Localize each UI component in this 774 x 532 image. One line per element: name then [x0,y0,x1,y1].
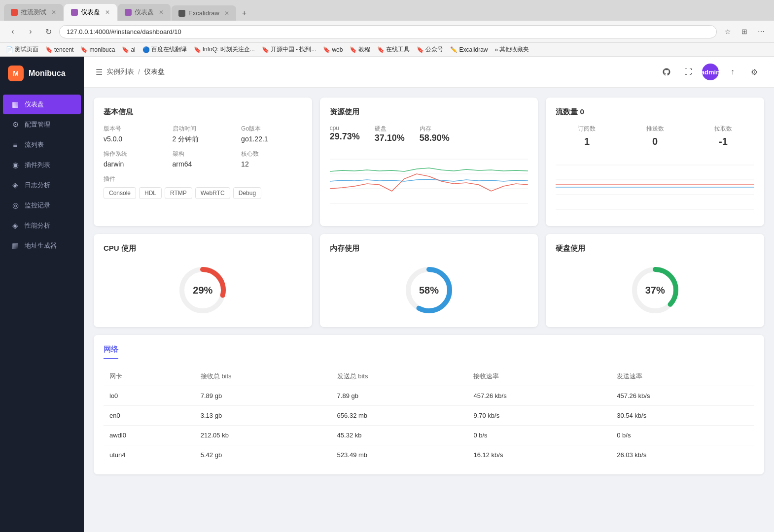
network-table-head: 网卡 接收总 bits 发送总 bits 接收速率 发送速率 [104,367,754,386]
settings-button[interactable]: ⚙ [746,64,762,80]
sidebar-item-address-gen[interactable]: ▦ 地址生成器 [3,236,81,256]
sidebar-item-plugin-list[interactable]: ◉ 插件列表 [3,155,81,175]
cell-send-rate-en0: 30.54 kb/s [611,406,754,426]
col-header-send-rate: 发送速率 [611,367,754,386]
browser-chrome: 推流测试 ✕ 仪表盘 ✕ 仪表盘 ✕ Excalidraw ✕ + ‹ › ↻ … [0,0,774,57]
tab-icon [71,9,78,16]
tab-dashboard-2[interactable]: 仪表盘 ✕ [118,4,171,21]
plugin-tag-hdl: HDL [139,187,162,199]
flow-value-subscribe: 1 [556,136,618,147]
disk-usage-title: 硬盘使用 [556,244,585,253]
memory-usage-title: 内存使用 [330,244,359,253]
flow-count-card: 流数量 0 订阅数 1 推送数 0 拉取数 -1 [546,98,764,226]
info-value-arch: arm64 [173,160,234,168]
network-table: 网卡 接收总 bits 发送总 bits 接收速率 发送速率 lo0 7.89 … [104,367,754,465]
cell-recv-rate-awdl0: 0 b/s [467,426,611,445]
bookmark-official-account[interactable]: 🔖公众号 [417,45,443,54]
network-row-awdl0: awdl0 212.05 kb 45.32 kb 0 b/s 0 b/s [104,426,754,445]
sidebar-item-config[interactable]: ⚙ 配置管理 [3,115,81,134]
flow-count-title: 流数量 0 [556,107,754,117]
cell-nic-awdl0: awdl0 [104,426,195,445]
avatar-label: admin [701,68,720,76]
bookmark-ai[interactable]: 🔖ai [122,45,135,54]
cell-send-bits-awdl0: 45.32 kb [331,426,468,445]
sidebar-item-dashboard[interactable]: ▦ 仪表盘 [3,95,81,114]
cpu-donut: 29% [176,263,230,317]
logo-letter: M [13,69,19,77]
user-avatar[interactable]: admin [702,64,719,80]
flow-metric-pull: 拉取数 -1 [692,125,754,147]
sidebar-item-log-analysis[interactable]: ◈ 日志分析 [3,175,81,195]
resource-usage-card: 资源使用 cpu 29.73% 硬盘 37.10% 内存 58.90% [320,98,538,226]
performance-icon: ◈ [11,221,20,230]
tab-close[interactable]: ✕ [105,9,110,16]
tab-label: 仪表盘 [81,8,100,17]
extensions-button[interactable]: ⊞ [738,25,751,38]
bookmark-online-tools[interactable]: 🔖在线工具 [377,45,410,54]
metric-value-memory: 58.90% [420,133,450,143]
info-os: 操作系统 darwin [104,150,165,168]
page-header: ☰ 实例列表 / 仪表盘 ⛶ admin ↑ ⚙ [84,57,774,88]
metric-label-cpu: cpu [330,125,360,132]
bookmark-web[interactable]: 🔖web [323,45,343,54]
tab-close[interactable]: ✕ [51,9,56,16]
cell-nic-utun4: utun4 [104,445,195,465]
disk-donut-label: 37% [645,285,665,296]
nav-actions: ☆ ⊞ ⋯ [721,25,768,38]
upload-button[interactable]: ↑ [725,64,740,80]
bookmark-monibuca[interactable]: 🔖monibuca [80,45,115,54]
disk-usage-card: 硬盘使用 37% [546,234,764,327]
cell-recv-bits-utun4: 5.42 gb [195,445,331,465]
cell-send-rate-awdl0: 0 b/s [611,426,754,445]
bookmark-tutorial[interactable]: 🔖教程 [350,45,370,54]
plugin-tag-webrtc: WebRTC [195,187,230,199]
cpu-usage-title: CPU 使用 [104,244,136,253]
flow-chart [556,155,754,216]
sidebar-item-label-perf: 性能分析 [25,221,50,230]
tab-close[interactable]: ✕ [159,9,164,16]
breadcrumb-separator: / [138,68,140,76]
bookmark-opensource-china[interactable]: 🔖开源中国 - 找到... [262,45,317,54]
tab-close[interactable]: ✕ [224,10,229,17]
more-button[interactable]: ⋯ [754,25,768,38]
back-button[interactable]: ‹ [6,25,20,38]
network-row-en0: en0 3.13 gb 656.32 mb 9.70 kb/s 30.54 kb… [104,406,754,426]
tab-bar: 推流测试 ✕ 仪表盘 ✕ 仪表盘 ✕ Excalidraw ✕ + [0,0,774,21]
sidebar-item-stream-list[interactable]: ≡ 流列表 [3,135,81,155]
breadcrumb-parent[interactable]: 实例列表 [106,67,134,76]
plugin-tag-rtmp: RTMP [165,187,192,199]
tab-label: 推流测试 [21,8,46,17]
bookmark-excalidraw[interactable]: ✏️Excalidraw [450,45,488,54]
plugin-tag-debug: Debug [233,187,261,199]
new-tab-button[interactable]: + [237,6,251,21]
sidebar-item-performance[interactable]: ◈ 性能分析 [3,216,81,235]
info-go-version: Go版本 go1.22.1 [241,125,302,144]
fullscreen-button[interactable]: ⛶ [680,64,696,80]
resource-chart [330,149,528,208]
address-bar[interactable]: 127.0.0.1:4000/#/instance/dashboard/10 [59,25,717,38]
flow-chart-svg [556,155,754,214]
cell-send-bits-lo0: 7.89 gb [331,386,468,406]
bookmark-tencent[interactable]: 🔖tencent [45,45,73,54]
info-label-uptime: 启动时间 [173,125,234,133]
memory-donut-label: 58% [419,285,439,296]
bookmark-baidu-translate[interactable]: 🔵百度在线翻译 [142,45,187,54]
col-header-nic: 网卡 [104,367,195,386]
github-button[interactable] [659,64,674,80]
tab-streaming-test[interactable]: 推流测试 ✕ [4,4,63,21]
reload-button[interactable]: ↻ [41,25,55,38]
bookmark-button[interactable]: ☆ [721,25,735,38]
sidebar-item-monitor[interactable]: ◎ 监控记录 [3,196,81,215]
address-gen-icon: ▦ [11,241,20,250]
tab-dashboard-active[interactable]: 仪表盘 ✕ [64,4,117,21]
cell-recv-rate-lo0: 457.26 kb/s [467,386,611,406]
cell-nic-lo0: lo0 [104,386,195,406]
network-row-utun4: utun4 5.42 gb 523.49 mb 16.12 kb/s 26.03… [104,445,754,465]
tab-excalidraw[interactable]: Excalidraw ✕ [172,5,236,21]
bookmark-test[interactable]: 📄测试页面 [6,45,38,54]
forward-button[interactable]: › [24,25,37,38]
bookmark-others[interactable]: »其他收藏夹 [495,45,529,54]
bookmark-infoq[interactable]: 🔖InfoQ: 时刻关注企... [194,45,255,54]
sidebar: M Monibuca ▦ 仪表盘 ⚙ 配置管理 ≡ 流列表 ◉ 插件列表 ◈ [0,57,84,532]
plugin-tag-console: Console [104,187,136,199]
